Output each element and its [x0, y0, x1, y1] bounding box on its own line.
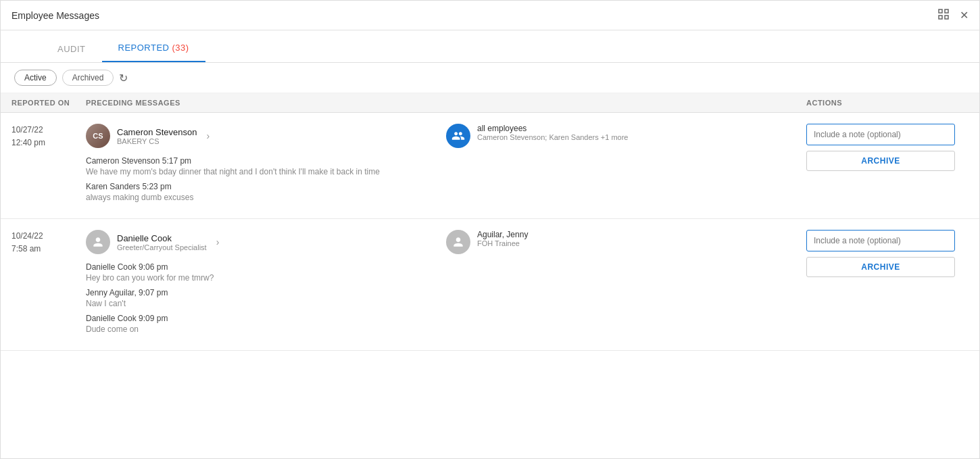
tabs-bar: AUDIT REPORTED(33)	[1, 30, 979, 63]
message-1-0: Danielle Cook 9:06 pm Hey bro can you wo…	[86, 262, 438, 283]
note-input-0[interactable]	[806, 124, 955, 145]
message-1-1: Jenny Aguilar, 9:07 pm Naw I can't	[86, 288, 438, 308]
message-text-1-1: Naw I can't	[86, 299, 438, 308]
message-text-0-1: always making dumb excuses	[86, 193, 438, 202]
fullscreen-icon[interactable]	[938, 9, 949, 22]
message-text-1-2: Dude come on	[86, 324, 438, 334]
sender-role-0: BAKERY CS	[117, 137, 197, 145]
recipient-avatar-0	[446, 124, 470, 148]
filter-bar: Active Archived ↻	[1, 63, 979, 93]
reported-date-1: 10/24/22 7:58 am	[11, 230, 86, 256]
sender-role-1: Greeter/Carryout Specialist	[117, 243, 207, 251]
arrow-icon-1: ›	[216, 237, 220, 247]
arrow-icon-0: ›	[207, 130, 210, 141]
filter-active-button[interactable]: Active	[14, 70, 57, 86]
filter-archived-button[interactable]: Archived	[62, 70, 114, 86]
recipient-sub-1: FOH Trainee	[477, 239, 528, 247]
svg-rect-0	[939, 9, 942, 13]
avatar-0: CS	[86, 124, 110, 148]
col-reported-on: REPORTED ON	[11, 99, 86, 107]
svg-rect-2	[939, 16, 942, 19]
col-actions: ACTIONS	[806, 99, 955, 107]
recipient-sub-0: Cameron Stevenson; Karen Sanders +1 more	[477, 133, 629, 141]
sender-name-1: Danielle Cook	[117, 233, 207, 243]
message-1-2: Danielle Cook 9:09 pm Dude come on	[86, 314, 438, 334]
table-header: REPORTED ON PRECEDING MESSAGES ACTIONS	[1, 93, 979, 113]
archive-button-1[interactable]: ARCHIVE	[806, 257, 955, 277]
col-recipients	[446, 99, 806, 107]
table-row: 10/27/22 12:40 pm CS Cameron Stevenson B…	[1, 113, 979, 219]
message-text-0-0: We have my mom's bday dinner that night …	[86, 167, 438, 176]
message-0-1: Karen Sanders 5:23 pm always making dumb…	[86, 182, 438, 202]
recipient-name-1: Aguilar, Jenny	[477, 230, 528, 239]
archive-button-0[interactable]: ARCHIVE	[806, 151, 955, 171]
actions-col-0: ARCHIVE	[806, 124, 955, 171]
reported-date-0: 10/27/22 12:40 pm	[11, 124, 86, 149]
window-header: Employee Messages ✕	[1, 1, 979, 30]
preceding-col-0: CS Cameron Stevenson BAKERY CS › Cameron…	[86, 124, 446, 208]
note-input-1[interactable]	[806, 230, 955, 251]
sender-name-0: Cameron Stevenson	[117, 127, 197, 137]
recipient-col-1: Aguilar, Jenny FOH Trainee	[446, 230, 806, 254]
sender-info-1: Danielle Cook Greeter/Carryout Specialis…	[86, 230, 438, 254]
actions-col-1: ARCHIVE	[806, 230, 955, 277]
window-title: Employee Messages	[11, 10, 99, 21]
tab-audit[interactable]: AUDIT	[41, 36, 102, 62]
recipient-avatar-1	[446, 230, 470, 254]
avatar-1	[86, 230, 110, 254]
sender-info-0: CS Cameron Stevenson BAKERY CS ›	[86, 124, 438, 148]
message-text-1-0: Hey bro can you work for me tmrw?	[86, 273, 438, 283]
svg-rect-3	[945, 16, 948, 19]
message-0-0: Cameron Stevenson 5:17 pm We have my mom…	[86, 156, 438, 176]
refresh-icon[interactable]: ↻	[119, 72, 128, 84]
window-controls: ✕	[938, 9, 969, 22]
recipient-name-0: all employees	[477, 124, 629, 133]
tab-reported[interactable]: REPORTED(33)	[102, 34, 205, 62]
messages-list: 10/27/22 12:40 pm CS Cameron Stevenson B…	[1, 113, 979, 452]
recipient-col-0: all employees Cameron Stevenson; Karen S…	[446, 124, 806, 148]
col-preceding-messages: PRECEDING MESSAGES	[86, 99, 446, 107]
svg-rect-1	[945, 9, 948, 13]
preceding-col-1: Danielle Cook Greeter/Carryout Specialis…	[86, 230, 446, 339]
table-row: 10/24/22 7:58 am Danielle Cook Greeter/C…	[1, 219, 979, 351]
close-icon[interactable]: ✕	[960, 10, 969, 21]
